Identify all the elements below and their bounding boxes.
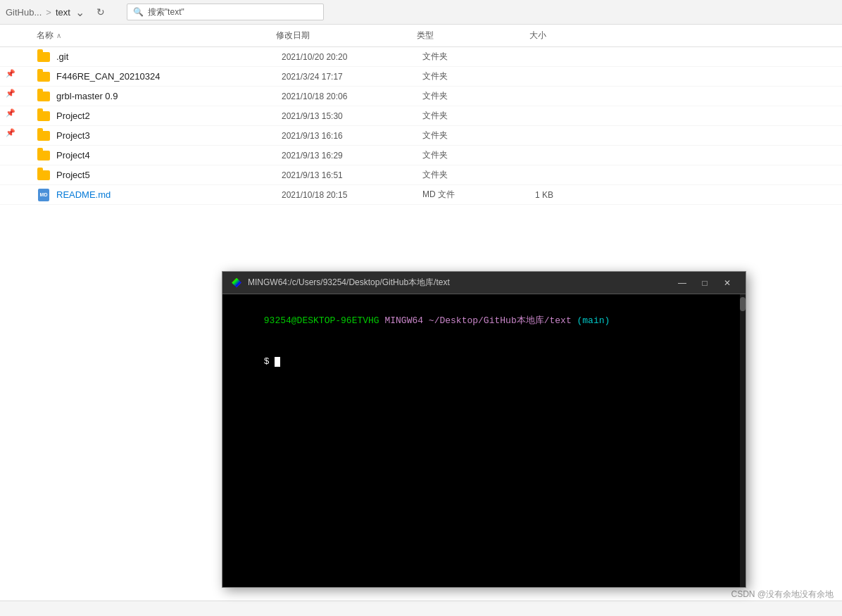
file-icon-1	[37, 70, 51, 84]
file-type: 文件夹	[422, 130, 535, 142]
table-row[interactable]: grbl-master 0.9 2021/10/18 20:06 文件夹	[0, 87, 842, 106]
file-date: 2021/3/24 17:17	[282, 72, 422, 82]
terminal-scrollbar[interactable]	[740, 294, 746, 587]
terminal-line-2: $	[231, 341, 737, 383]
title-bar: GitHub... > text ⌄ ↻ 🔍 搜索"text"	[0, 0, 842, 25]
md-file-icon: MD	[38, 189, 49, 201]
folder-icon	[37, 170, 50, 180]
file-icon-5	[37, 149, 51, 163]
terminal-title-bar: MINGW64:/c/Users/93254/Desktop/GitHub本地库…	[222, 272, 746, 294]
table-row[interactable]: Project3 2021/9/13 16:16 文件夹	[0, 126, 842, 146]
file-name: F446RE_CAN_20210324	[56, 71, 282, 82]
file-type: MD 文件	[422, 189, 535, 201]
pin-icon-3: 📌	[6, 103, 15, 122]
sort-arrow-icon: ∧	[56, 32, 61, 39]
file-type: 文件夹	[422, 70, 535, 82]
file-name: .git	[56, 51, 282, 62]
file-type: 文件夹	[422, 51, 535, 63]
column-headers: 名称 ∧ 修改日期 类型 大小	[0, 25, 842, 47]
file-name: Project4	[56, 150, 282, 161]
file-icon-4	[37, 129, 51, 143]
terminal-app: MINGW64	[379, 315, 429, 326]
terminal-user: 93254@DESKTOP-96ETVHG	[264, 315, 379, 326]
search-bar[interactable]: 🔍 搜索"text"	[127, 4, 324, 20]
terminal-cursor	[275, 357, 280, 367]
file-type: 文件夹	[422, 110, 535, 122]
file-date: 2021/9/13 16:16	[282, 131, 422, 141]
search-text: 搜索"text"	[148, 6, 184, 18]
file-name: grbl-master 0.9	[56, 91, 282, 101]
file-date: 2021/10/20 20:20	[282, 52, 422, 62]
table-row[interactable]: MD README.md 2021/10/18 20:15 MD 文件 1 KB	[0, 185, 842, 205]
table-row[interactable]: Project5 2021/9/13 16:51 文件夹	[0, 165, 842, 185]
github-label[interactable]: GitHub...	[6, 7, 42, 18]
file-date: 2021/10/18 20:06	[282, 92, 422, 101]
terminal-controls: — □ ✕	[672, 275, 737, 291]
file-name: Project3	[56, 130, 282, 141]
table-row[interactable]: F446RE_CAN_20210324 2021/3/24 17:17 文件夹	[0, 67, 842, 87]
csdn-watermark: CSDN @没有余地没有余地	[731, 589, 834, 601]
file-icon-0	[37, 50, 51, 64]
table-row[interactable]: .git 2021/10/20 20:20 文件夹	[0, 47, 842, 67]
refresh-button[interactable]: ↻	[93, 4, 108, 20]
folder-icon	[37, 151, 50, 161]
file-name: Project5	[56, 170, 282, 180]
close-button[interactable]: ✕	[717, 275, 737, 291]
minimize-button[interactable]: —	[672, 275, 692, 291]
dropdown-icon[interactable]: ⌄	[75, 6, 86, 18]
current-folder-label[interactable]: text	[56, 7, 70, 18]
terminal-line-1: 93254@DESKTOP-96ETVHG MINGW64 ~/Desktop/…	[231, 300, 737, 341]
file-date: 2021/9/13 16:51	[282, 170, 422, 180]
pin-icon-1: 📌	[6, 63, 15, 83]
col-size-header[interactable]: 大小	[529, 30, 614, 42]
col-type-header[interactable]: 类型	[417, 30, 529, 42]
mingw-icon	[231, 277, 242, 289]
table-row[interactable]: Project4 2021/9/13 16:29 文件夹	[0, 146, 842, 165]
file-name: Project2	[56, 111, 282, 121]
terminal-scroll-thumb[interactable]	[740, 297, 746, 311]
file-icon-7: MD	[37, 188, 51, 202]
terminal-path: ~/Desktop/GitHub本地库/text	[429, 315, 572, 326]
restore-button[interactable]: □	[695, 275, 715, 291]
file-name: README.md	[56, 189, 282, 200]
breadcrumb-sep: >	[46, 7, 51, 18]
col-name-header[interactable]: 名称 ∧	[37, 30, 276, 42]
folder-icon	[37, 111, 50, 121]
file-icon-2	[37, 89, 51, 103]
file-type: 文件夹	[422, 149, 535, 161]
file-icon-3	[37, 109, 51, 123]
terminal-dollar: $	[264, 356, 275, 367]
table-row[interactable]: Project2 2021/9/13 15:30 文件夹	[0, 106, 842, 126]
folder-icon	[37, 92, 50, 101]
file-size: 1 KB	[535, 190, 620, 200]
folder-icon	[37, 131, 50, 141]
terminal-body[interactable]: 93254@DESKTOP-96ETVHG MINGW64 ~/Desktop/…	[222, 294, 746, 587]
quick-access-pins: 📌 📌 📌 📌	[6, 63, 15, 142]
file-type: 文件夹	[422, 90, 535, 102]
file-date: 2021/10/18 20:15	[282, 190, 422, 200]
file-date: 2021/9/13 15:30	[282, 111, 422, 121]
col-date-header[interactable]: 修改日期	[276, 30, 417, 42]
file-icon-6	[37, 168, 51, 182]
terminal-title: MINGW64:/c/Users/93254/Desktop/GitHub本地库…	[248, 277, 672, 289]
file-date: 2021/9/13 16:29	[282, 151, 422, 161]
file-type: 文件夹	[422, 169, 535, 181]
terminal-window[interactable]: MINGW64:/c/Users/93254/Desktop/GitHub本地库…	[222, 271, 746, 588]
terminal-branch: (main)	[572, 315, 610, 326]
pin-icon-4: 📌	[6, 122, 15, 142]
folder-icon	[37, 52, 50, 62]
pin-icon-2: 📌	[6, 83, 15, 103]
folder-icon	[37, 72, 50, 82]
status-bar	[0, 601, 842, 616]
search-icon: 🔍	[133, 7, 144, 17]
